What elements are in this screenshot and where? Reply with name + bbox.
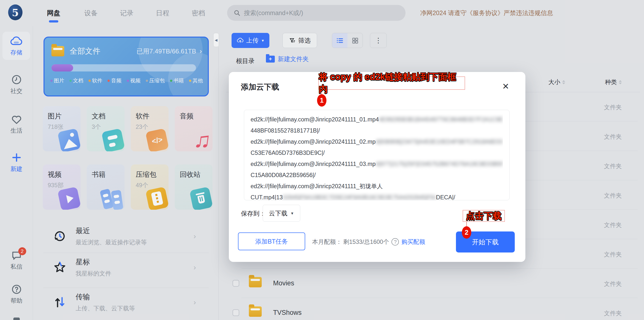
- annotation-step2-text: 点击下载: [466, 210, 502, 222]
- buy-quota-link[interactable]: 购买配额: [401, 238, 425, 246]
- quota-value: 剩1533/总1600个: [343, 238, 389, 246]
- ed2k-link-line: ed2k://|file|fulimay.com@Jinricp20241111…: [250, 181, 503, 192]
- annotation-step1-text: 将 copy 的 ed2k链接粘贴到下面框内: [319, 71, 464, 95]
- save-to-value: 云下载: [269, 209, 288, 217]
- caret-down-icon: ▼: [290, 211, 294, 215]
- add-cloud-download-modal: 添加云下载 ✕ ed2k://|file|fulimay.com@Jinricp…: [229, 72, 526, 262]
- ed2k-links-textarea[interactable]: ed2k://|file|fulimay.com@Jinricp20241111…: [244, 110, 510, 200]
- add-bt-task-button[interactable]: 添加BT任务: [238, 232, 305, 250]
- question-circle-icon[interactable]: ?: [392, 238, 399, 245]
- quota-label: 本月配额：: [312, 238, 342, 246]
- ed2k-link-line: CUT.mp4|1302845|F6A19B3C7D5E24F8A0B16C9D…: [250, 192, 503, 200]
- ed2k-link-line: ed2k://|file|fulimay.com@Jinricp20241111…: [250, 159, 503, 170]
- save-to-label: 保存到：: [241, 209, 266, 218]
- modal-title: 添加云下载: [241, 82, 279, 92]
- ed2k-link-line: C53E76A05D7376B3DE9C|/: [250, 147, 503, 159]
- save-to-dropdown[interactable]: 云下载 ▼: [263, 205, 300, 222]
- ed2k-link-line: C15A80D08A22B59656|/: [250, 170, 503, 181]
- ed2k-link-line: ed2k://|file|fulimay.com@Jinricp20241111…: [250, 136, 503, 147]
- ed2k-link-line: 448BF08155278181771B|/: [250, 125, 503, 136]
- annotation-step1-number: 1: [317, 94, 326, 107]
- annotation-step2-box: 点击下载: [462, 210, 505, 222]
- close-icon[interactable]: ✕: [502, 81, 509, 91]
- annotation-step1-box: 将 copy 的 ed2k链接粘贴到下面框内: [318, 76, 465, 90]
- quota-row: 本月配额： 剩1533/总1600个 ? 购买配额: [312, 238, 425, 246]
- ed2k-link-line: ed2k://|file|fulimay.com@Jinricp20241111…: [250, 114, 503, 125]
- annotation-step2-number: 2: [462, 226, 471, 239]
